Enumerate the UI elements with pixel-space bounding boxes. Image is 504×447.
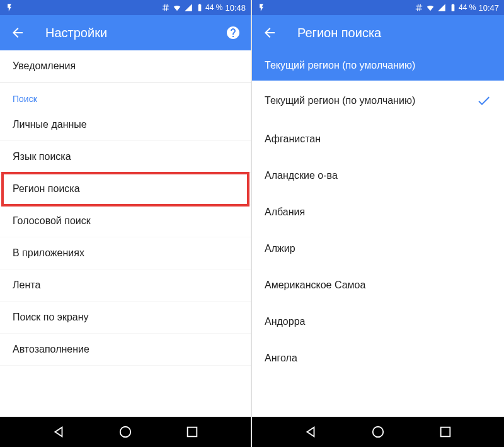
settings-item-autofill[interactable]: Автозаполнение <box>0 334 251 366</box>
region-label: Албания <box>265 207 305 218</box>
region-item[interactable]: Аландские о-ва <box>252 157 504 194</box>
nav-recent-button[interactable] <box>438 424 453 439</box>
svg-point-2 <box>373 427 384 438</box>
time-text: 10:47 <box>478 3 499 13</box>
square-recent-icon <box>185 425 199 439</box>
highlight-box: Регион поиска <box>0 173 251 205</box>
region-item[interactable]: Афганистан <box>252 121 504 157</box>
region-label: Ангола <box>265 353 297 364</box>
page-title: Настройки <box>45 26 226 40</box>
settings-item-personal-data[interactable]: Личные данные <box>0 109 251 141</box>
settings-item-screen-search[interactable]: Поиск по экрану <box>0 302 251 334</box>
settings-screen: 44 % 10:48 Настройки Уведомления Поиск Л… <box>0 0 252 447</box>
hash-icon <box>161 3 170 12</box>
time-text: 10:48 <box>225 3 246 13</box>
battery-indicator: 44 % <box>195 3 222 12</box>
check-icon <box>476 93 491 108</box>
region-item-current[interactable]: Текущий регион (по умолчанию) <box>252 81 504 121</box>
flash-icon <box>257 3 266 12</box>
triangle-back-icon <box>52 425 66 439</box>
selected-region-banner: Текущий регион (по умолчанию) <box>252 50 504 81</box>
arrow-back-icon <box>262 25 277 40</box>
hash-icon <box>415 3 423 12</box>
back-button[interactable] <box>10 25 25 40</box>
nav-bar <box>252 417 504 447</box>
status-right: 44 % 10:47 <box>415 3 499 13</box>
settings-item-voice-search[interactable]: Голосовой поиск <box>0 205 251 237</box>
circle-home-icon <box>118 425 132 439</box>
signal-icon <box>184 3 193 12</box>
nav-back-button[interactable] <box>303 424 318 439</box>
back-button[interactable] <box>262 25 277 40</box>
region-label: Афганистан <box>265 133 321 145</box>
settings-item-feed[interactable]: Лента <box>0 269 251 302</box>
help-icon <box>226 25 241 40</box>
region-item[interactable]: Американское Самоа <box>252 267 504 303</box>
app-bar: Настройки <box>0 15 251 50</box>
settings-item-search-language[interactable]: Язык поиска <box>0 141 251 173</box>
svg-rect-3 <box>440 427 450 437</box>
nav-home-button[interactable] <box>118 424 133 439</box>
triangle-back-icon <box>304 425 318 439</box>
battery-icon <box>449 3 457 12</box>
wifi-icon <box>426 3 435 12</box>
battery-icon <box>195 3 204 12</box>
wifi-icon <box>173 3 181 12</box>
region-screen: 44 % 10:47 Регион поиска Текущий регион … <box>252 0 504 447</box>
region-label: Алжир <box>265 243 295 254</box>
nav-back-button[interactable] <box>51 424 66 439</box>
region-label: Аландские о-ва <box>265 170 338 181</box>
section-header-search: Поиск <box>0 82 251 109</box>
region-list: Текущий регион (по умолчанию) Афганистан… <box>252 81 504 417</box>
battery-text: 44 % <box>205 3 222 12</box>
flash-icon <box>5 3 14 12</box>
nav-recent-button[interactable] <box>185 424 200 439</box>
region-label: Текущий регион (по умолчанию) <box>265 95 415 106</box>
status-left <box>5 3 14 12</box>
region-label: Андорра <box>265 316 305 327</box>
circle-home-icon <box>371 425 385 439</box>
settings-item-search-region[interactable]: Регион поиска <box>0 173 251 205</box>
settings-content: Уведомления Поиск Личные данные Язык пои… <box>0 50 251 417</box>
region-item[interactable]: Алжир <box>252 230 504 267</box>
settings-item-notifications[interactable]: Уведомления <box>0 50 251 82</box>
region-item[interactable]: Ангола <box>252 340 504 376</box>
help-button[interactable] <box>226 25 241 40</box>
status-bar: 44 % 10:48 <box>0 0 251 15</box>
square-recent-icon <box>438 425 452 439</box>
svg-point-0 <box>120 427 131 438</box>
status-bar: 44 % 10:47 <box>252 0 504 15</box>
signal-icon <box>437 3 446 12</box>
status-left <box>257 3 266 12</box>
status-right: 44 % 10:48 <box>161 3 246 13</box>
svg-rect-1 <box>188 427 197 437</box>
region-label: Американское Самоа <box>265 280 365 291</box>
arrow-back-icon <box>10 25 25 40</box>
battery-indicator: 44 % <box>449 3 476 12</box>
settings-item-in-apps[interactable]: В приложениях <box>0 237 251 269</box>
page-title: Регион поиска <box>297 26 494 40</box>
region-item[interactable]: Албания <box>252 194 504 230</box>
app-bar: Регион поиска <box>252 15 504 50</box>
battery-text: 44 % <box>459 3 476 12</box>
nav-home-button[interactable] <box>370 424 386 439</box>
region-item[interactable]: Андорра <box>252 303 504 340</box>
nav-bar <box>0 417 251 447</box>
